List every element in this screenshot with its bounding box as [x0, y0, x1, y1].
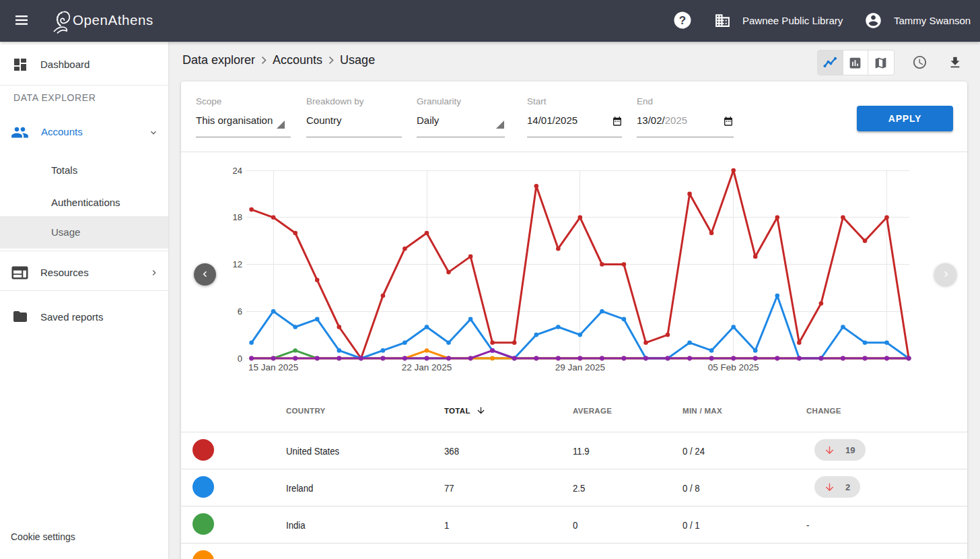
- svg-text:18: 18: [233, 212, 242, 222]
- svg-text:05 Feb 2025: 05 Feb 2025: [708, 362, 759, 372]
- svg-text:6: 6: [238, 306, 242, 317]
- svg-text:24: 24: [233, 166, 242, 176]
- svg-text:0: 0: [238, 354, 242, 364]
- svg-text:15 Jan 2025: 15 Jan 2025: [248, 362, 298, 372]
- svg-text:12: 12: [233, 259, 242, 269]
- svg-text:29 Jan 2025: 29 Jan 2025: [555, 362, 605, 372]
- svg-text:22 Jan 2025: 22 Jan 2025: [402, 362, 452, 372]
- svg-text:?: ?: [679, 14, 686, 27]
